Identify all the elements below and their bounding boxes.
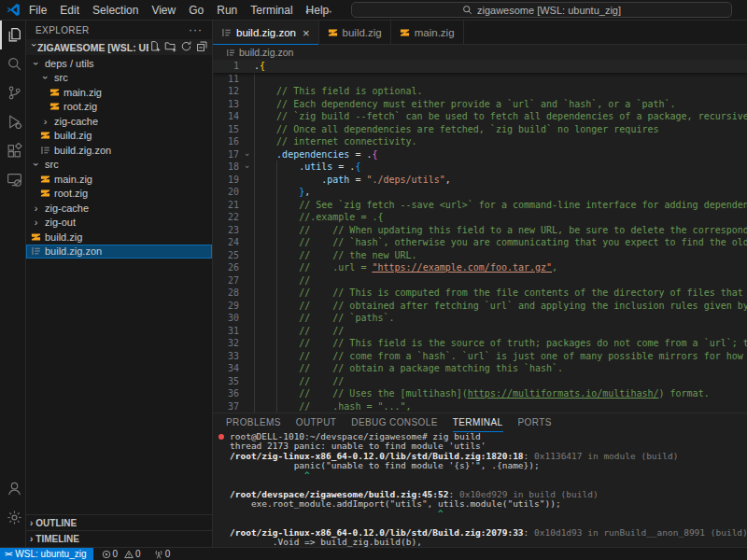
problems-status-item[interactable]: 0 0 — [102, 549, 141, 559]
fold-gutter — [241, 375, 254, 388]
more-actions-icon[interactable]: ··· — [189, 23, 203, 36]
code-line-17[interactable]: 17› .dependencies = .{ — [213, 148, 747, 161]
code-line-16[interactable]: 16 // internet connectivity. — [213, 135, 747, 148]
code-text: //.example = .{ — [254, 211, 747, 224]
editor-tab-build.zig[interactable]: build.zig — [319, 21, 391, 45]
nav-forward-arrow[interactable]: → — [319, 0, 336, 20]
code-line-32[interactable]: 32 // // This field is the source of tru… — [213, 337, 747, 350]
menu-run[interactable]: Run — [210, 0, 244, 21]
code-line-12[interactable]: 12 // This field is optional. — [213, 85, 747, 98]
code-line-30[interactable]: 30 // // `paths`. — [213, 312, 747, 325]
zig-file-icon — [40, 188, 50, 199]
tree-item-zig-cache[interactable]: ›zig-cache — [26, 114, 212, 129]
menu-file[interactable]: File — [22, 0, 53, 21]
timeline-section-header[interactable]: › TIMELINE — [26, 530, 212, 546]
fold-chevron-icon[interactable]: › — [241, 161, 254, 174]
code-line-28[interactable]: 28 // // This is computed from the file … — [213, 287, 747, 300]
tree-item-build.zig.zon[interactable]: build.zig.zon — [26, 245, 212, 259]
tree-item-src[interactable]: ›src — [26, 71, 212, 86]
tree-item-zig-out[interactable]: ›zig-out — [26, 216, 212, 231]
code-line-15[interactable]: 15 // Once all dependencies are fetched,… — [213, 123, 747, 136]
collapse-all-icon[interactable] — [196, 39, 208, 56]
zig-file-icon — [31, 231, 41, 243]
command-center-search[interactable]: zigawesome [WSL: ubuntu_zig] — [351, 2, 732, 18]
panel-tab-output[interactable]: OUTPUT — [296, 413, 337, 432]
panel-tab-ports[interactable]: PORTS — [518, 413, 552, 432]
fold-gutter — [241, 274, 254, 287]
panel-tab-debug-console[interactable]: DEBUG CONSOLE — [351, 413, 437, 432]
tree-item-deps-utils[interactable]: ›deps / utils — [26, 56, 212, 71]
activity-search-icon[interactable] — [0, 49, 26, 78]
code-line-31[interactable]: 31 // // — [213, 325, 747, 338]
menu-edit[interactable]: Edit — [53, 0, 86, 21]
tree-item-root.zig[interactable]: root.zig — [26, 187, 212, 202]
tree-item-main.zig[interactable]: main.zig — [26, 172, 212, 187]
menu-terminal[interactable]: Terminal — [244, 0, 299, 21]
menu-go[interactable]: Go — [182, 0, 210, 21]
fold-chevron-icon[interactable]: › — [241, 148, 254, 161]
code-text: // // Uses the [multihash](https://multi… — [254, 387, 747, 400]
breadcrumb[interactable]: build.zig.zon — [213, 45, 747, 60]
code-line-13[interactable]: 13 // Each dependency must either provid… — [213, 98, 747, 111]
close-icon[interactable]: × — [303, 26, 310, 40]
activity-settings-gear-icon[interactable] — [0, 503, 26, 532]
code-line-27[interactable]: 27 // — [213, 274, 747, 287]
activity-accounts-icon[interactable] — [0, 474, 26, 503]
code-line-1[interactable]: 1.{ — [213, 60, 747, 73]
panel-tab-terminal[interactable]: TERMINAL — [453, 413, 503, 432]
new-file-icon[interactable] — [148, 39, 161, 56]
code-line-11[interactable]: 11 — [213, 73, 747, 86]
command-center-text: zigawesome [WSL: ubuntu_zig] — [477, 5, 621, 16]
code-line-20[interactable]: 20 }, — [213, 186, 747, 199]
fold-gutter — [241, 85, 254, 98]
code-line-24[interactable]: 24 // // `hash`, otherwise you are commu… — [213, 236, 747, 249]
menu-view[interactable]: View — [145, 0, 182, 21]
tree-item-build.zig[interactable]: build.zig — [26, 230, 212, 245]
code-line-25[interactable]: 25 // // the new URL. — [213, 249, 747, 262]
code-line-26[interactable]: 26 // .url = "https://example.com/foo.ta… — [213, 261, 747, 274]
code-line-18[interactable]: 18› .utils = .{ — [213, 161, 747, 174]
code-editor[interactable]: 1.{1112 // This field is optional.13 // … — [213, 60, 747, 413]
tree-item-label: build.zig — [54, 130, 92, 141]
code-line-14[interactable]: 14 // `zig build --fetch` can be used to… — [213, 110, 747, 123]
tree-item-src[interactable]: ›src — [26, 158, 212, 173]
activity-remote-explorer-icon[interactable] — [0, 165, 26, 194]
code-line-34[interactable]: 34 // // obtain a package matching this … — [213, 362, 747, 375]
project-root-row[interactable]: › ZIGAWESOME [WSL: UBUNTU... — [26, 39, 212, 55]
code-line-23[interactable]: 23 // // When updating this field to a n… — [213, 224, 747, 237]
panel-tab-problems[interactable]: PROBLEMS — [226, 413, 281, 432]
refresh-icon[interactable] — [180, 39, 192, 56]
code-line-35[interactable]: 35 // // — [213, 375, 747, 388]
tree-item-build.zig[interactable]: build.zig — [26, 129, 212, 144]
tree-item-zig-cache[interactable]: ›zig-cache — [26, 201, 212, 216]
code-line-33[interactable]: 33 // // come from a `hash`. `url` is ju… — [213, 350, 747, 363]
terminal-output[interactable]: root@DELL-1010:~/devspace/zigawesome# zi… — [213, 432, 747, 547]
activity-extensions-icon[interactable] — [0, 136, 26, 165]
editor-tab-main.zig[interactable]: main.zig — [391, 21, 464, 45]
command-failed-icon[interactable] — [218, 434, 224, 440]
tree-item-build.zig.zon[interactable]: build.zig.zon — [26, 143, 212, 158]
code-line-36[interactable]: 36 // // Uses the [multihash](https://mu… — [213, 387, 747, 400]
code-line-37[interactable]: 37 // .hash = "...", — [213, 400, 747, 413]
activity-explorer-icon[interactable] — [0, 21, 26, 49]
tree-item-label: zig-cache — [45, 203, 89, 214]
code-text: // // — [254, 375, 747, 388]
line-number: 18 — [213, 161, 241, 174]
code-line-21[interactable]: 21 // See `zig fetch --save <url>` for a… — [213, 199, 747, 212]
outline-section-header[interactable]: › OUTLINE — [26, 514, 212, 530]
activity-run-debug-icon[interactable] — [0, 107, 26, 136]
ports-status-item[interactable]: 0 — [154, 549, 171, 559]
tree-item-main.zig[interactable]: main.zig — [26, 85, 212, 100]
editor-tab-build.zig.zon[interactable]: build.zig.zon× — [213, 21, 319, 45]
code-text: // // the new URL. — [254, 249, 747, 262]
tree-item-root.zig[interactable]: root.zig — [26, 100, 212, 115]
remote-indicator[interactable]: >< WSL: ubuntu_zig — [0, 548, 93, 560]
activity-source-control-icon[interactable] — [0, 78, 26, 107]
nav-back-arrow[interactable]: ← — [301, 0, 317, 20]
code-line-29[interactable]: 29 // // obtained after fetching `url` a… — [213, 300, 747, 313]
menu-selection[interactable]: Selection — [86, 0, 145, 21]
code-line-19[interactable]: 19 .path = "./deps/utils", — [213, 174, 747, 187]
new-folder-icon[interactable] — [164, 39, 176, 56]
code-line-22[interactable]: 22 //.example = .{ — [213, 211, 747, 224]
line-number: 34 — [213, 362, 241, 375]
